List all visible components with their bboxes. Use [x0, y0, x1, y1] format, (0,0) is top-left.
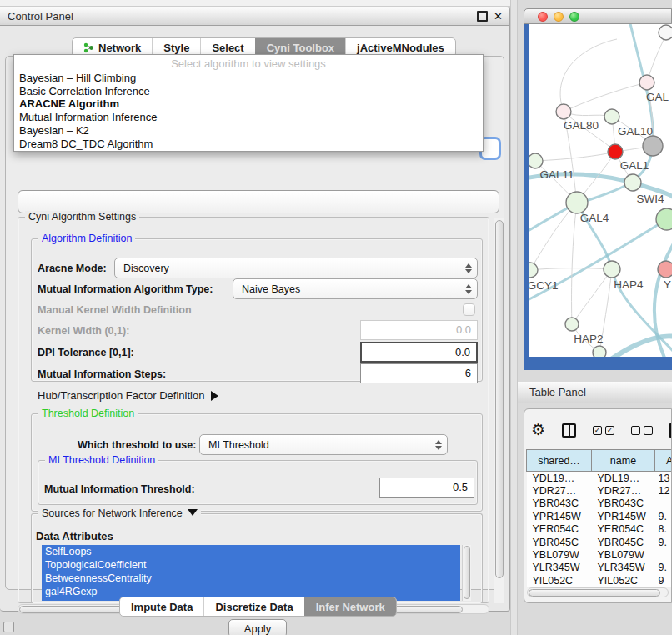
table-cell[interactable]: 9 — [655, 574, 672, 587]
dropdown-option[interactable]: Basic Correlation Inference — [14, 85, 483, 98]
table-row[interactable]: YER054CYER054C8. — [527, 523, 672, 536]
network-node[interactable] — [659, 25, 672, 40]
table-cell[interactable]: 9. — [655, 536, 672, 548]
panel-divider[interactable] — [510, 0, 518, 635]
table-cell[interactable]: YBR045C — [527, 536, 592, 548]
network-node[interactable] — [604, 261, 620, 278]
select-all-columns-icon[interactable]: ✓ ✓ — [593, 426, 614, 435]
kernel-width-input[interactable]: 0.0 — [360, 320, 478, 340]
attributes-list-scrollbar[interactable] — [462, 545, 471, 601]
network-node[interactable] — [643, 136, 663, 156]
table-cell[interactable]: YBR043C — [527, 498, 592, 510]
hidden-combo-fragment[interactable] — [18, 190, 499, 213]
table-cell[interactable]: YDL19… — [592, 472, 655, 485]
table-cell[interactable]: YLR345W — [592, 562, 655, 574]
close-traffic-light-icon[interactable] — [538, 12, 548, 22]
table-cell[interactable]: 12 — [655, 484, 672, 497]
network-node[interactable] — [658, 261, 672, 278]
table-cell[interactable]: YBL079W — [592, 548, 655, 561]
settings-vertical-scrollbar[interactable] — [494, 218, 504, 603]
table-cell[interactable]: YIL052C — [527, 574, 592, 587]
table-cell[interactable]: YBR043C — [592, 498, 655, 510]
attribute-list-item[interactable]: TopologicalCoefficient — [42, 558, 460, 572]
network-node[interactable] — [566, 192, 588, 213]
data-attributes-list[interactable]: SelfLoopsTopologicalCoefficientBetweenne… — [42, 545, 460, 601]
dropdown-option[interactable]: Bayesian – Hill Climbing — [14, 72, 483, 85]
table-column-header[interactable]: shared… — [527, 450, 592, 472]
table-cell[interactable]: YDL19… — [527, 472, 592, 485]
table-cell[interactable]: 9. — [655, 562, 672, 574]
table-cell[interactable]: YER054C — [592, 523, 655, 536]
hub-definition-expander[interactable]: Hub/Transcription Factor Definition — [38, 389, 218, 402]
gear-icon[interactable]: ⚙ — [531, 422, 545, 438]
unselect-all-columns-icon[interactable] — [631, 426, 653, 435]
dropdown-option[interactable]: ARACNE Algorithm — [14, 98, 483, 111]
which-threshold-combo[interactable]: MI Threshold — [199, 434, 448, 455]
scrollbar-thumb[interactable] — [529, 589, 660, 597]
table-cell[interactable]: YDR27… — [592, 484, 655, 497]
network-node[interactable] — [608, 144, 623, 159]
aracne-mode-value: Discovery — [123, 262, 169, 274]
dropdown-option[interactable]: Bayesian – K2 — [14, 124, 483, 138]
close-icon[interactable]: ✕ — [494, 12, 503, 21]
table-row[interactable]: YBL079WYBL079W — [527, 548, 672, 561]
scrollbar-thumb[interactable] — [495, 220, 504, 578]
dropdown-option[interactable]: Dream8 DC_TDC Algorithm — [14, 138, 483, 151]
table-cell[interactable]: YBR045C — [592, 536, 655, 548]
network-node[interactable] — [656, 208, 672, 230]
network-node-label: GAL11 — [539, 168, 574, 181]
table-column-header[interactable]: name — [592, 450, 655, 472]
network-node[interactable] — [556, 104, 571, 119]
table-row[interactable]: YLR345WYLR345W9. — [527, 562, 672, 574]
table-cell[interactable]: YER054C — [527, 523, 592, 536]
dropdown-option[interactable]: Mutual Information Inference — [14, 111, 483, 124]
mi-threshold-input[interactable]: 0.5 — [379, 478, 474, 498]
network-node[interactable] — [639, 75, 654, 90]
network-node[interactable] — [529, 262, 538, 278]
table-cell[interactable]: YPR145W — [592, 510, 655, 522]
collapsed-panel-icon[interactable] — [3, 622, 14, 632]
minimize-traffic-light-icon[interactable] — [554, 12, 564, 22]
attribute-list-item[interactable]: BetweennessCentrality — [42, 572, 460, 585]
aracne-mode-combo[interactable]: Discovery — [114, 258, 478, 278]
mi-steps-input[interactable]: 6 — [360, 363, 478, 383]
table-cell[interactable]: YIL052C — [592, 574, 655, 587]
table-row[interactable]: YBR045CYBR045C9. — [527, 536, 672, 548]
table-cell[interactable]: 9. — [655, 510, 672, 522]
network-node[interactable] — [604, 109, 619, 124]
collapse-arrow-icon[interactable] — [188, 509, 198, 516]
scrollbar-thumb[interactable] — [464, 546, 470, 599]
table-cell[interactable]: YPR145W — [527, 510, 592, 522]
table-cell[interactable]: YBL079W — [527, 548, 592, 561]
dpi-tolerance-input[interactable]: 0.0 — [360, 342, 478, 362]
network-node[interactable] — [529, 153, 543, 168]
table-cell[interactable]: 8. — [655, 523, 672, 536]
tab-infer-network[interactable]: Infer Network — [304, 598, 396, 616]
table-cell[interactable]: YDR27… — [527, 484, 592, 497]
table-cell[interactable]: 13 — [655, 472, 672, 485]
table-horizontal-scrollbar[interactable] — [527, 588, 669, 598]
apply-button[interactable]: Apply — [228, 619, 287, 635]
table-row[interactable]: YDL19…YDL19…13 — [527, 472, 672, 485]
columns-icon[interactable] — [562, 423, 576, 438]
table-cell[interactable]: YLR345W — [527, 562, 592, 574]
network-window-titlebar[interactable] — [524, 8, 672, 24]
table-cell[interactable] — [655, 498, 672, 510]
table-row[interactable]: YDR27…YDR27…12 — [527, 484, 672, 497]
tab-impute-data[interactable]: Impute Data — [120, 598, 203, 616]
manual-kernel-checkbox[interactable] — [463, 303, 475, 316]
float-window-icon[interactable] — [477, 11, 488, 22]
tab-discretize-data[interactable]: Discretize Data — [203, 598, 303, 616]
attribute-list-item[interactable]: SelfLoops — [42, 545, 460, 558]
table-row[interactable]: YPR145WYPR145W9. — [527, 510, 672, 522]
mi-type-combo[interactable]: Naive Bayes — [233, 278, 478, 299]
network-node[interactable] — [593, 346, 606, 357]
zoom-traffic-light-icon[interactable] — [569, 12, 579, 22]
table-cell[interactable] — [655, 548, 672, 561]
network-node[interactable] — [624, 174, 641, 191]
table-row[interactable]: YIL052CYIL052C9 — [527, 574, 672, 587]
network-canvas[interactable]: GALGAL80GAL10GAL1GAL11SWI4GAL4GCY1HAP4YH… — [529, 24, 672, 357]
table-row[interactable]: YBR043CYBR043C — [527, 498, 672, 510]
table-column-header[interactable]: A — [655, 450, 672, 472]
network-node[interactable] — [565, 318, 579, 331]
